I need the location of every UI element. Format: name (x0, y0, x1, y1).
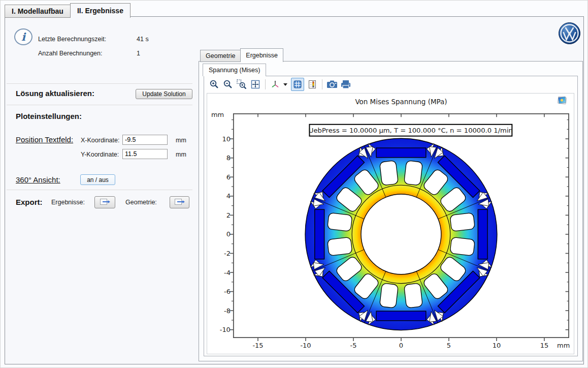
export-results-button[interactable] (94, 196, 115, 208)
zoom-box-icon[interactable] (236, 78, 247, 90)
svg-text:UebPress = 10.0000 μm, T = 100: UebPress = 10.0000 μm, T = 100.000 °C, n… (309, 127, 513, 134)
results-tab-bar: Geometrie Ergebnisse (200, 48, 283, 62)
svg-text:8: 8 (226, 154, 231, 162)
svg-text:-8: -8 (224, 307, 231, 315)
svg-text:-10: -10 (300, 342, 311, 349)
y-coordinate-input[interactable] (122, 149, 168, 159)
tab-content: i Letzte Berechnungszeit: 41 s Anzahl Be… (5, 16, 584, 364)
export-geometry-label: Geometrie: (125, 199, 157, 206)
svg-text:6: 6 (226, 173, 231, 181)
svg-text:-5: -5 (350, 342, 356, 349)
plot-thumbnail-icon[interactable] (557, 95, 568, 105)
x-coordinate-unit: mm (176, 137, 186, 144)
x-coordinate-input[interactable] (122, 135, 168, 145)
tab-ergebnisse[interactable]: II. Ergebnisse (70, 3, 130, 18)
view-orientation-dropdown-icon[interactable] (282, 81, 288, 87)
last-computation-label: Letzte Berechnungszeit: (38, 36, 106, 43)
color-legend-icon[interactable] (307, 78, 318, 90)
export-heading: Export: (16, 198, 43, 206)
zoom-out-icon[interactable] (222, 78, 234, 90)
svg-text:0: 0 (399, 342, 403, 349)
export-icon (100, 198, 111, 207)
svg-text:-4: -4 (224, 269, 231, 277)
svg-text:10: 10 (222, 135, 230, 143)
tab-ergebnisse-inner[interactable]: Ergebnisse (240, 48, 283, 62)
export-results-label: Ergebnisse: (51, 199, 85, 206)
export-geometry-button[interactable] (170, 196, 189, 208)
vw-logo (558, 22, 581, 47)
svg-text:10: 10 (493, 342, 501, 349)
svg-text:mm: mm (557, 342, 570, 349)
divider (7, 105, 192, 105)
plot-settings-heading: Ploteinstellungen: (16, 112, 82, 120)
toolbar-separator (322, 79, 322, 89)
svg-text:-15: -15 (252, 342, 263, 349)
main-tab-bar: I. Modellaufbau II. Ergebnisse (5, 3, 130, 18)
update-solution-heading: Lösung aktualisieren: (16, 89, 94, 98)
divider (7, 83, 192, 84)
svg-text:-2: -2 (224, 250, 231, 257)
divider (7, 190, 192, 190)
svg-text:2: 2 (226, 211, 231, 219)
view-360-toggle-button[interactable]: an / aus (80, 174, 115, 185)
tab-geometrie[interactable]: Geometrie (200, 50, 241, 62)
y-coordinate-unit: mm (176, 151, 186, 158)
computation-count-label: Anzahl Berechnungen: (38, 50, 102, 57)
tab-spannung-mises[interactable]: Spannung (Mises) (203, 64, 266, 76)
zoom-extents-icon[interactable] (250, 78, 261, 90)
svg-text:4: 4 (226, 192, 231, 200)
app-window: I. Modellaufbau II. Ergebnisse i Letzte … (0, 0, 588, 368)
x-coordinate-label: X-Koordinate: (81, 137, 119, 144)
text-position-label: Position Textfeld: (16, 135, 73, 144)
grid-icon[interactable] (291, 78, 304, 91)
view-360-label: 360° Ansicht: (16, 175, 60, 184)
svg-text:Von Mises Spannung (MPa): Von Mises Spannung (MPa) (355, 98, 447, 106)
snapshot-icon[interactable] (326, 78, 338, 90)
info-icon: i (14, 28, 32, 45)
zoom-in-icon[interactable] (209, 78, 220, 90)
svg-text:mm: mm (211, 111, 224, 118)
svg-text:-10: -10 (220, 326, 231, 333)
computation-count-value: 1 (137, 50, 140, 57)
svg-text:15: 15 (540, 342, 548, 349)
last-computation-value: 41 s (137, 36, 149, 43)
graphics-area[interactable]: -15-10-5051015mm1086420-2-4-6-8-10mmVon … (207, 93, 574, 354)
plot-toolbar (209, 77, 351, 91)
stress-plot[interactable]: -15-10-5051015mm1086420-2-4-6-8-10mmVon … (207, 94, 574, 354)
y-coordinate-label: Y-Koordinate: (81, 151, 119, 158)
view-orientation-icon[interactable] (270, 78, 281, 90)
tab-modellaufbau[interactable]: I. Modellaufbau (5, 5, 71, 18)
print-icon[interactable] (340, 78, 351, 90)
update-solution-button[interactable]: Update Solution (136, 89, 192, 99)
svg-text:-6: -6 (224, 288, 231, 295)
export-icon (174, 198, 185, 207)
toolbar-separator (265, 79, 266, 89)
svg-text:5: 5 (447, 342, 451, 349)
svg-text:0: 0 (226, 230, 231, 238)
